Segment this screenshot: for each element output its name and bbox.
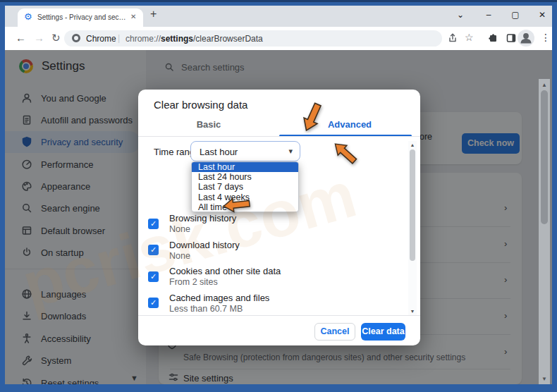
row-label: Download history [169,240,240,250]
checkbox-download-history[interactable]: ✓ [148,245,159,255]
browser-toolbar: ← → ↻ Chrome | chrome://settings/clearBr… [5,27,552,50]
row-sub: From 2 sites [169,277,218,287]
scroll-up-icon[interactable]: ▲ [408,142,417,147]
dialog-scrollbar[interactable]: ▲ ▼ [408,141,417,315]
tab-basic[interactable]: Basic [166,119,251,130]
option-last-24-hours[interactable]: Last 24 hours [192,172,298,182]
more-menu-icon[interactable]: ⋮ [541,32,551,43]
profile-avatar[interactable] [518,30,534,47]
scroll-up-icon[interactable]: ▲ [539,82,550,88]
address-bar[interactable]: Chrome | chrome://settings/clearBrowserD… [64,30,442,47]
annotation-arrow-underline [337,135,367,164]
scroll-down-icon[interactable]: ▼ [408,309,417,314]
select-arrow-icon: ▾ [288,147,293,156]
window-menu-chevron-icon[interactable]: ⌄ [453,10,467,20]
checkbox-cookies[interactable]: ✓ [148,271,159,282]
share-icon[interactable] [446,32,458,47]
minimize-button[interactable]: – [482,10,496,20]
side-panel-icon[interactable] [506,32,517,47]
scroll-down-icon[interactable]: ▼ [539,376,550,382]
row-label: Cookies and other site data [169,266,281,276]
clear-browsing-data-dialog: Clear browsing data Basic Advanced Time … [138,90,420,345]
checkbox-browsing-history[interactable]: ✓ [148,219,159,229]
row-label: Browsing history [169,213,236,223]
browser-tab[interactable]: ⚙ Settings - Privacy and security ✕ [18,8,143,27]
row-sub: None [169,251,190,261]
row-sub: Less than 60.7 MB [169,304,243,314]
row-sub: None [169,224,190,234]
annotation-arrow-all-time [221,197,252,212]
desktop: ⚙ Settings - Privacy and security ✕ + ⌄ … [0,0,557,392]
reload-icon[interactable]: ↻ [51,32,61,44]
page-scrollbar[interactable]: ▲ ▼ [539,79,550,384]
row-label: Cached images and files [169,293,269,303]
chrome-logo-icon [72,34,80,42]
scrollbar-thumb[interactable] [410,149,415,261]
tab-close-icon[interactable]: ✕ [130,13,136,20]
back-icon[interactable]: ← [16,32,26,44]
checkbox-cached-images[interactable]: ✓ [148,298,159,308]
new-tab-button[interactable]: + [150,8,157,20]
option-last-7-days[interactable]: Last 7 days [192,182,298,192]
cancel-button[interactable]: Cancel [314,323,355,341]
time-range-value: Last hour [200,147,238,157]
dialog-title: Clear browsing data [154,99,247,111]
url-path: /clearBrowserData [193,34,263,44]
window-close-button[interactable]: ✕ [535,10,549,20]
scrollbar-thumb[interactable] [541,90,548,224]
time-range-select[interactable]: Last hour ▾ [190,141,300,161]
window-top-edge [0,0,557,2]
address-bar-engine-label: Chrome [86,34,116,44]
annotation-arrow-advanced-tab [293,116,326,149]
clear-data-button[interactable]: Clear data [361,323,405,341]
bookmark-star-icon[interactable]: ☆ [465,32,474,43]
settings-gear-icon: ⚙ [24,12,32,22]
address-bar-separator: | [118,33,120,43]
forward-icon[interactable]: → [34,32,44,44]
url-scheme: chrome:// [126,34,161,44]
footer-divider [138,315,420,316]
extensions-puzzle-icon[interactable] [487,32,498,47]
address-bar-url[interactable]: chrome://settings/clearBrowserData [126,34,263,44]
option-last-hour[interactable]: Last hour [192,162,298,172]
browser-titlebar: ⚙ Settings - Privacy and security ✕ + ⌄ … [5,6,552,27]
url-host: settings [161,34,193,44]
tab-title: Settings - Privacy and security [37,13,129,21]
maximize-button[interactable]: ▢ [508,10,522,20]
